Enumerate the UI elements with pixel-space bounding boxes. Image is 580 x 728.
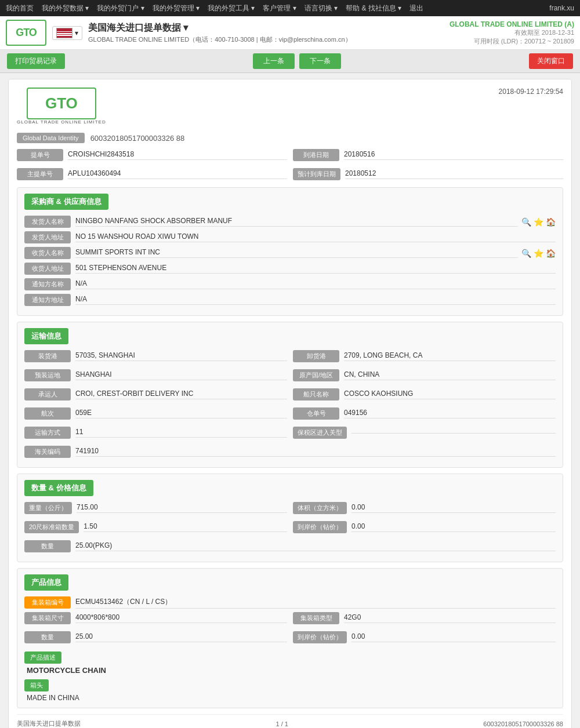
vessel-name-label: 船只名称 (293, 388, 339, 401)
quantity-value: 25.00(PKG) (75, 541, 556, 551)
notify-name-value: N/A (75, 279, 556, 289)
gdi-value: 60032018051700003326 88 (90, 134, 185, 143)
manifest-no-label: 仓单号 (293, 407, 339, 420)
consignee-actions: 🔍 ⭐ 🏠 (521, 249, 556, 258)
master-bill-label: 主提单号 (17, 168, 63, 180)
hs-code-row: 海关编码 741910 (24, 446, 556, 458)
product-qty-label: 数量 (24, 631, 71, 643)
container-size-label: 集装箱尺寸 (24, 612, 71, 624)
nav-mydata[interactable]: 我的外贸数据 ▾ (42, 3, 89, 13)
notify-addr-label: 通知方地址 (24, 294, 71, 306)
quantity-fields: 重量（公斤） 715.00 体积（立方米） 0.00 20尺标准箱数量 1.50… (24, 502, 556, 537)
vessel-name-row: 船只名称 COSCO KAOHSIUNG (293, 388, 556, 401)
origin-country-value: CN, CHINA (344, 370, 556, 380)
top-toolbar: 打印贸易记录 上一条 下一条 关闭窗口 (0, 50, 580, 73)
container-fields: 集装箱尺寸 4000*806*800 集装箱类型 42G0 数量 25.00 到… (24, 612, 556, 647)
transport-mode-value: 11 (75, 428, 287, 438)
loading-port-row: 装货港 57035, SHANGHAI (24, 350, 287, 362)
box-head-value: MADE IN CHINA (24, 694, 556, 702)
loading-port-label: 装货港 (24, 350, 71, 362)
prev-button[interactable]: 上一条 (253, 53, 295, 69)
logo-text: GTO (16, 27, 37, 39)
flag-selector[interactable]: ▾ (52, 26, 82, 40)
page-title-block: 美国海关进口提单数据 ▾ GLOBAL TRADE ONLINE LIMITED… (88, 22, 351, 44)
notify-name-row: 通知方名称 N/A (24, 278, 556, 290)
product-unit-price-value: 0.00 (351, 632, 556, 642)
discharge-port-value: 2709, LONG BEACH, CA (344, 351, 556, 361)
nav-crm[interactable]: 客户管理 ▾ (263, 3, 296, 13)
loading-port-value: 57035, SHANGHAI (75, 351, 287, 361)
est-arrival-row: 预计到库日期 20180512 (293, 168, 563, 180)
carrier-row: 承运人 CROI, CREST-ORBIT DELIVERY INC (24, 388, 287, 401)
volume-label: 体积（立方米） (293, 502, 347, 514)
carrier-label: 承运人 (24, 388, 71, 401)
arrival-date-value: 20180516 (344, 150, 563, 160)
notify-addr-row: 通知方地址 N/A (24, 294, 556, 306)
product-desc-value: MOTORCYCLE CHAIN (24, 666, 556, 675)
bill-fields: 提单号 CROISHCHI2843518 到港日期 20180516 主提单号 … (17, 149, 563, 184)
transport-mode-label: 运输方式 (24, 427, 71, 439)
header-left: GTO ▾ 美国海关进口提单数据 ▾ GLOBAL TRADE ONLINE L… (6, 20, 351, 46)
nav-mymgmt[interactable]: 我的外贸管理 ▾ (153, 3, 200, 13)
record-footer-id: 60032018051700003326 88 (483, 720, 563, 727)
quantity-section: 数量 & 价格信息 重量（公斤） 715.00 体积（立方米） 0.00 20尺… (17, 474, 563, 562)
search-icon[interactable]: 🔍 (521, 217, 531, 227)
nav-buttons: 上一条 下一条 (253, 53, 341, 69)
shipper-name-value: NINGBO NANFANG SHOCK ABSORBER MANUF (75, 217, 518, 227)
next-button[interactable]: 下一条 (299, 53, 341, 69)
nav-lang[interactable]: 语言切换 ▾ (304, 3, 338, 13)
quantity-row: 数量 25.00(PKG) (24, 540, 556, 552)
record-footer-page: 1 / 1 (276, 720, 288, 727)
vessel-name-value: COSCO KAOHSIUNG (344, 390, 556, 399)
shipper-name-row: 发货人名称 NINGBO NANFANG SHOCK ABSORBER MANU… (24, 216, 556, 228)
consignee-home-icon[interactable]: 🏠 (546, 249, 556, 258)
consignee-addr-label: 收货人地址 (24, 263, 71, 275)
quantity-section-label: 数量 & 价格信息 (24, 480, 93, 496)
product-desc-label: 产品描述 (24, 651, 61, 664)
nav-home[interactable]: 我的首页 (6, 3, 34, 13)
consignee-search-icon[interactable]: 🔍 (521, 249, 531, 258)
product-unit-price-label: 到岸价（钻价） (293, 631, 347, 643)
transport-section-label: 运输信息 (24, 328, 68, 344)
consignee-name-row: 收货人名称 SUMMIT SPORTS INT INC 🔍 ⭐ 🏠 (24, 247, 556, 259)
product-section-label: 产品信息 (24, 574, 68, 591)
voyage-label: 航次 (24, 407, 71, 420)
print-button[interactable]: 打印贸易记录 (7, 53, 65, 69)
volume-value: 0.00 (351, 503, 556, 513)
record-card: GTO GLOBAL TRADE ONLINE LIMITED 2018-09-… (8, 79, 572, 728)
container-no-label: 集装箱编号 (24, 596, 71, 609)
record-logo-sub: GLOBAL TRADE ONLINE LIMITED (17, 119, 106, 125)
us-flag-icon (56, 28, 72, 38)
expire-date: 有效期至 2018-12-31 (449, 28, 574, 37)
shipper-addr-row: 发货人地址 NO 15 WANSHOU ROAD XIWU TOWN (24, 231, 556, 243)
container-no-value: ECMU4513462（CN / L / CS） (75, 597, 556, 609)
record-timestamp: 2018-09-12 17:29:54 (499, 88, 563, 96)
home-icon[interactable]: 🏠 (546, 217, 556, 227)
logo: GTO (6, 20, 46, 46)
record-footer: 美国海关进口提单数据 1 / 1 60032018051700003326 88 (17, 714, 563, 728)
nav-logout[interactable]: 退出 (409, 3, 423, 13)
nav-help[interactable]: 帮助 & 找社信息 ▾ (346, 3, 401, 13)
nav-myportal[interactable]: 我的外贸门户 ▾ (97, 3, 144, 13)
container-size-value: 4000*806*800 (75, 613, 287, 623)
star-icon[interactable]: ⭐ (534, 217, 543, 227)
close-button[interactable]: 关闭窗口 (529, 53, 573, 69)
hs-code-value: 741910 (75, 447, 556, 457)
consignee-name-value: SUMMIT SPORTS INT INC (75, 248, 518, 258)
top-nav: 我的首页 我的外贸数据 ▾ 我的外贸门户 ▾ 我的外贸管理 ▾ 我的外贸工具 ▾… (0, 0, 580, 16)
transport-mode-row: 运输方式 11 (24, 427, 287, 439)
unit-price-value: 0.00 (351, 522, 556, 532)
arrival-date-label: 到港日期 (293, 149, 339, 161)
consignee-addr-value: 501 STEPHENSON AVENUE (75, 264, 556, 274)
master-bill-value: APLU104360494 (68, 169, 287, 179)
bonded-area-value (351, 432, 556, 434)
nav-mytools[interactable]: 我的外贸工具 ▾ (208, 3, 255, 13)
bonded-area-label: 保税区进入关型 (293, 427, 347, 439)
box-head-block: 箱头 MADE IN CHINA (24, 679, 556, 702)
consignee-star-icon[interactable]: ⭐ (534, 249, 543, 258)
discharge-port-row: 卸货港 2709, LONG BEACH, CA (293, 350, 556, 362)
loading-place-value: SHANGHAI (75, 370, 287, 380)
page-subtitle: GLOBAL TRADE ONLINE LIMITED（电话：400-710-3… (88, 35, 351, 44)
std20-label: 20尺标准箱数量 (24, 521, 79, 533)
manifest-no-row: 仓单号 049156 (293, 407, 556, 420)
